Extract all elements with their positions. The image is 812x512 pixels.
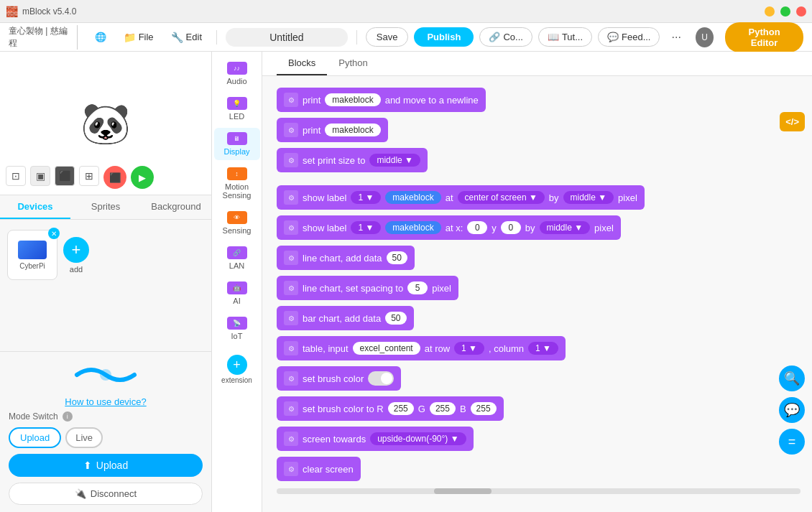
block-b-val[interactable]: 255 [471, 402, 497, 415]
category-lan[interactable]: 🔗 LAN [214, 242, 260, 274]
devices-panel: ✕ CyberPi + add [0, 220, 211, 351]
mode-switch-info-icon[interactable]: i [63, 411, 73, 422]
device-card-cyberpi[interactable]: ✕ CyberPi [7, 230, 57, 280]
tab-blocks[interactable]: Blocks [277, 52, 327, 75]
publish-button[interactable]: Publish [414, 27, 474, 47]
python-editor-button[interactable]: Python Editor [725, 22, 803, 52]
block-dropdown-label-num[interactable]: 1 ▼ [351, 191, 381, 204]
block-suffix: and move to a newline [385, 95, 479, 106]
block-handle-icon: ⚙ [284, 432, 298, 446]
block-body[interactable]: ⚙ screen towards upside-down(-90°) ▼ [277, 427, 474, 451]
stage-half-button[interactable]: ▣ [30, 166, 50, 186]
globe-button[interactable]: 🌐 [89, 29, 112, 45]
block-body[interactable]: ⚙ print makeblock [277, 118, 388, 142]
add-device-button[interactable]: + [63, 237, 89, 263]
block-body[interactable]: ⚙ bar chart, add data 50 [277, 306, 414, 330]
category-iot[interactable]: 📡 IoT [214, 312, 260, 345]
code-tag-button[interactable]: </> [780, 112, 805, 131]
run-button[interactable]: ▶ [131, 166, 154, 189]
blocks-area[interactable]: ⚙ print makeblock and move to a newline … [262, 76, 812, 512]
project-title-input[interactable] [226, 28, 348, 47]
block-dropdown-col[interactable]: 1 ▼ [528, 342, 558, 355]
user-avatar[interactable]: U [696, 27, 714, 47]
tab-sprites[interactable]: Sprites [70, 195, 141, 219]
how-to-use-link[interactable]: How to use device? [9, 396, 203, 407]
block-dropdown-align[interactable]: middle ▼ [563, 191, 614, 204]
connect-button[interactable]: 🔗 Co... [479, 27, 532, 47]
category-audio[interactable]: ♪♪ Audio [214, 57, 260, 90]
stage-fit-button[interactable]: ⊡ [6, 166, 26, 186]
block-body[interactable]: ⚙ clear screen [277, 457, 361, 481]
block-body[interactable]: ⚙ show label 1 ▼ makeblock at x: 0 y 0 b… [277, 215, 621, 240]
block-dropdown-row[interactable]: 1 ▼ [454, 342, 484, 355]
cyberpi-device-icon [18, 241, 47, 259]
tab-python[interactable]: Python [327, 52, 379, 75]
device-name-label: CyberPi [19, 262, 45, 270]
file-icon: 📁 [124, 32, 136, 43]
upload-mode-button[interactable]: Upload [9, 427, 61, 448]
feedback-button[interactable]: 💬 Feed... [598, 27, 660, 47]
block-pill-makeblock[interactable]: makeblock [325, 93, 380, 106]
stage-grid-button[interactable]: ⊞ [79, 166, 99, 186]
zoom-chat-button[interactable]: 💬 [779, 397, 805, 423]
tab-devices[interactable]: Devices [0, 195, 70, 219]
menu-bar: 童心製物 | 慈編程 🌐 📁 File 🔧 Edit Save Publish … [0, 23, 812, 52]
block-body[interactable]: ⚙ table, input excel_content at row 1 ▼ … [277, 336, 566, 360]
save-button[interactable]: Save [366, 27, 409, 47]
block-body[interactable]: ⚙ set print size to middle ▼ [277, 148, 428, 172]
mode-switch-row: Mode Switch i [9, 411, 203, 422]
block-body[interactable]: ⚙ set brush color to R 255 G 255 B 255 [277, 396, 504, 421]
stop-button[interactable]: ⬛ [103, 166, 126, 189]
block-show-label-center: ⚙ show label 1 ▼ makeblock at center of … [277, 185, 801, 210]
block-dropdown-label-num2[interactable]: 1 ▼ [351, 221, 381, 234]
block-body[interactable]: ⚙ line chart, add data 50 [277, 246, 415, 270]
block-spacing-val[interactable]: 5 [407, 281, 428, 294]
tab-background[interactable]: Background [141, 195, 211, 219]
file-label: File [139, 32, 154, 42]
block-pill-makeblock3[interactable]: makeblock [385, 221, 440, 234]
motion-icon: ↕ [227, 167, 247, 180]
block-body[interactable]: ⚙ set brush color [277, 366, 401, 391]
h-scrollbar[interactable] [277, 488, 801, 494]
block-pill-makeblock[interactable]: makeblock [325, 124, 380, 136]
live-mode-button[interactable]: Live [65, 427, 103, 448]
block-pill-makeblock2[interactable]: makeblock [385, 191, 440, 204]
disconnect-button[interactable]: 🔌 Disconnect [9, 483, 203, 505]
device-remove-button[interactable]: ✕ [48, 228, 60, 239]
maximize-button[interactable] [780, 6, 790, 17]
block-body[interactable]: ⚙ line chart, set spacing to 5 pixel [277, 276, 458, 300]
block-dropdown-direction[interactable]: upside-down(-90°) ▼ [370, 432, 466, 445]
block-x-val[interactable]: 0 [467, 221, 487, 234]
stage-full-button[interactable]: ⬛ [55, 166, 75, 186]
block-handle-icon: ⚙ [284, 311, 298, 325]
edit-menu[interactable]: 🔧 Edit [165, 29, 208, 46]
block-dropdown-align2[interactable]: middle ▼ [540, 221, 591, 234]
more-button[interactable]: ··· [665, 27, 686, 47]
close-button[interactable] [796, 6, 806, 17]
zoom-search-button[interactable]: 🔍 [779, 366, 805, 391]
block-dropdown-position[interactable]: center of screen ▼ [458, 191, 545, 204]
category-ai[interactable]: 🤖 AI [214, 277, 260, 309]
block-dropdown-size[interactable]: middle ▼ [369, 154, 420, 167]
category-led[interactable]: 💡 LED [214, 93, 260, 125]
category-motion[interactable]: ↕ Motion Sensing [214, 163, 260, 204]
block-body[interactable]: ⚙ print makeblock and move to a newline [277, 88, 486, 112]
tutorial-button[interactable]: 📖 Tut... [538, 27, 592, 47]
add-extension-button[interactable]: + [227, 355, 247, 375]
brush-color-toggle[interactable] [368, 371, 394, 386]
category-display[interactable]: 🖥 Display [214, 128, 260, 160]
block-y-val[interactable]: 0 [501, 221, 521, 234]
block-body[interactable]: ⚙ show label 1 ▼ makeblock at center of … [277, 185, 645, 210]
block-print: ⚙ print makeblock [277, 118, 801, 142]
file-menu[interactable]: 📁 File [118, 29, 160, 46]
minimize-button[interactable] [765, 6, 775, 17]
block-g-val[interactable]: 255 [430, 402, 456, 415]
audio-label: Audio [226, 77, 246, 85]
block-data-val[interactable]: 50 [387, 251, 407, 264]
block-r-val[interactable]: 255 [388, 402, 414, 415]
block-bar-val[interactable]: 50 [385, 312, 406, 325]
upload-button[interactable]: ⬆ Upload [9, 454, 203, 477]
zoom-equals-button[interactable]: = [779, 429, 805, 455]
block-pill-excel[interactable]: excel_content [353, 342, 420, 355]
category-sensing[interactable]: 👁 Sensing [214, 207, 260, 239]
